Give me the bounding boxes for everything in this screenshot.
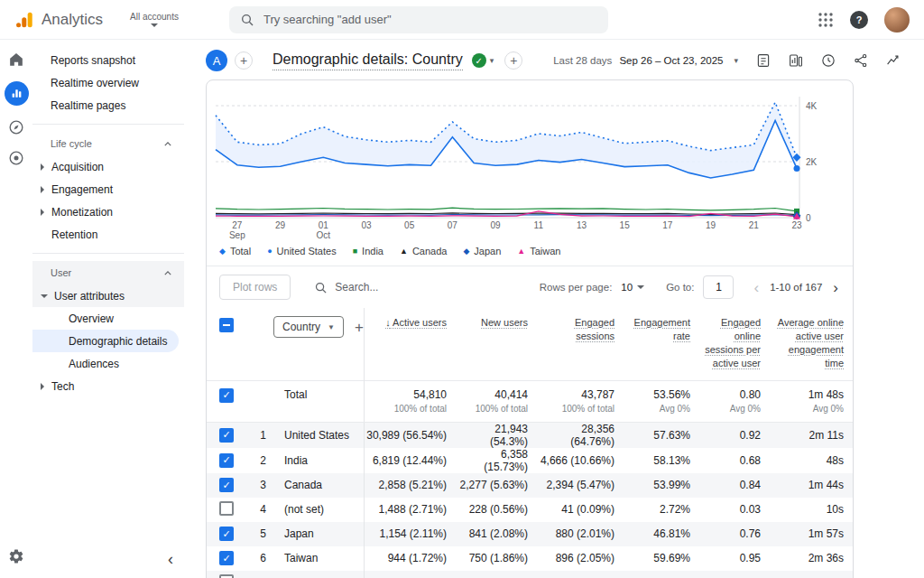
report-header: A + Demographic details: Country ✓ ▾ + L…	[184, 42, 924, 79]
expand-arrow-icon	[41, 383, 44, 390]
sidebar-item-overview[interactable]: Overview	[32, 307, 184, 330]
series-marker-icon: ■	[353, 247, 357, 256]
sidebar-item-tech[interactable]: Tech	[32, 375, 184, 397]
sidebar-item-engagement[interactable]: Engagement	[32, 178, 184, 200]
table-row: ✓3Canada2,858 (5.21%)2,277 (5.63%)2,394 …	[207, 473, 854, 498]
legend-item[interactable]: ●United States	[267, 246, 336, 256]
total-checkbox[interactable]: ✓	[219, 388, 234, 403]
row-checkbox[interactable]	[219, 501, 234, 516]
sidebar-item-acquisition[interactable]: Acquisition	[32, 155, 184, 178]
account-picker[interactable]: All accounts	[130, 12, 179, 27]
column-header-3[interactable]: Engagement rate	[625, 316, 690, 343]
plot-rows-button[interactable]: Plot rows	[219, 275, 291, 300]
comparison-badge[interactable]: A	[206, 50, 227, 71]
apps-grid-icon[interactable]	[818, 12, 834, 28]
analytics-logo-icon	[14, 10, 34, 30]
select-all-checkbox[interactable]	[219, 318, 234, 332]
clock-icon[interactable]	[819, 51, 837, 70]
search-icon	[240, 13, 254, 27]
date-range-picker[interactable]: Sep 26 – Oct 23, 2025	[619, 55, 723, 66]
chevron-down-icon: ▼	[328, 323, 335, 331]
chart-legend: ◆Total●United States■India▲Canada◆Japan▲…	[207, 244, 853, 266]
series-marker-icon: ●	[267, 247, 272, 256]
column-header-2[interactable]: Engaged sessions	[539, 316, 614, 343]
sidebar-item-monetization[interactable]: Monetization	[32, 200, 184, 223]
sidebar-item-demographic-details[interactable]: Demographic details	[32, 330, 179, 352]
svg-text:05: 05	[404, 220, 415, 230]
report-title[interactable]: Demographic details: Country	[273, 51, 463, 70]
legend-item[interactable]: ▲Canada	[400, 246, 447, 256]
goto-page-input[interactable]	[703, 275, 734, 299]
compare-icon[interactable]	[787, 51, 805, 70]
divider	[32, 124, 184, 125]
insights-icon[interactable]	[884, 51, 902, 70]
share-icon[interactable]	[852, 51, 870, 70]
explore-icon[interactable]	[7, 118, 25, 136]
notes-icon[interactable]	[754, 51, 772, 70]
sidebar-section-user[interactable]: User	[32, 261, 184, 284]
row-checkbox[interactable]	[219, 574, 234, 578]
table-row: ✓2India6,819 (12.44%)6,358 (15.73%)4,666…	[207, 448, 854, 473]
analytics-logo[interactable]: Analytics	[14, 10, 103, 30]
add-dimension-button[interactable]: +	[355, 320, 364, 335]
row-checkbox[interactable]: ✓	[219, 527, 234, 541]
add-report-button[interactable]: +	[504, 51, 522, 70]
column-header-5[interactable]: Average online active user engagement ti…	[772, 316, 844, 369]
column-header-0[interactable]: ↓ Active users	[385, 316, 447, 330]
avatar[interactable]	[884, 7, 910, 33]
next-page-icon[interactable]: ›	[831, 280, 840, 295]
svg-text:Sep: Sep	[229, 230, 245, 240]
reports-icon[interactable]	[5, 81, 29, 106]
legend-item[interactable]: ■India	[353, 246, 383, 256]
chevron-down-icon	[637, 285, 644, 289]
rows-per-page-select[interactable]: 10	[621, 282, 644, 293]
home-icon[interactable]	[7, 51, 25, 69]
table-search-input[interactable]	[335, 281, 434, 294]
previous-page-icon[interactable]: ‹	[752, 280, 761, 295]
global-search[interactable]	[229, 6, 608, 33]
sidebar-item-realtime-overview[interactable]: Realtime overview	[32, 71, 184, 94]
sidebar-item-audiences[interactable]: Audiences	[32, 352, 184, 375]
table-controls: Plot rows Rows per page: 10 Go to: ‹ 1-1…	[207, 266, 853, 308]
sidebar-item-realtime-pages[interactable]: Realtime pages	[32, 94, 184, 117]
expand-arrow-icon	[41, 209, 44, 216]
legend-item[interactable]: ◆Total	[219, 246, 251, 256]
divider	[32, 253, 184, 254]
sidebar-section-life-cycle[interactable]: Life cycle	[32, 132, 184, 155]
legend-item[interactable]: ▲Taiwan	[517, 246, 560, 256]
row-checkbox[interactable]: ✓	[219, 428, 234, 443]
admin-settings-button[interactable]	[8, 548, 24, 567]
chevron-down-icon: ▾	[734, 56, 738, 65]
report-card: 02K4K27Sep2901Oct0305070911131517192123 …	[206, 79, 854, 578]
dimension-selector[interactable]: Country▼	[273, 316, 344, 338]
row-checkbox[interactable]: ✓	[219, 453, 234, 468]
row-checkbox[interactable]: ✓	[219, 478, 234, 492]
svg-text:Oct: Oct	[316, 230, 330, 240]
sort-arrow-icon: ↓	[385, 317, 391, 328]
column-header-4[interactable]: Engaged online sessions per active user	[701, 316, 761, 369]
sidebar-item-reports-snapshot[interactable]: Reports snapshot	[32, 49, 184, 71]
expand-arrow-icon	[41, 186, 44, 193]
data-quality-icon[interactable]: ✓	[472, 53, 486, 68]
svg-text:27: 27	[232, 220, 243, 230]
advertising-icon[interactable]	[7, 149, 25, 167]
svg-text:4K: 4K	[806, 101, 818, 111]
table-search[interactable]	[314, 281, 434, 294]
collapse-arrow-icon	[41, 294, 48, 298]
sidebar-nav: Reports snapshot Realtime overview Realt…	[32, 40, 184, 578]
add-comparison-button[interactable]: +	[235, 51, 253, 70]
global-search-input[interactable]	[263, 13, 597, 26]
table-row: ✓5Japan1,154 (2.11%)841 (2.08%)880 (2.01…	[207, 522, 854, 546]
collapse-sidebar-button[interactable]: ‹	[168, 551, 173, 567]
sidebar-item-user-attributes[interactable]: User attributes	[32, 284, 184, 307]
help-icon[interactable]: ?	[850, 11, 868, 29]
legend-item[interactable]: ◆Japan	[463, 246, 501, 256]
row-checkbox[interactable]: ✓	[219, 551, 234, 565]
column-header-1[interactable]: New users	[481, 316, 528, 330]
sidebar-item-retention[interactable]: Retention	[32, 223, 184, 246]
svg-text:07: 07	[448, 220, 458, 230]
series-marker-icon: ◆	[219, 247, 226, 256]
series-marker-icon: ▲	[517, 247, 525, 256]
chevron-up-icon	[164, 142, 171, 146]
svg-text:0: 0	[806, 213, 811, 223]
